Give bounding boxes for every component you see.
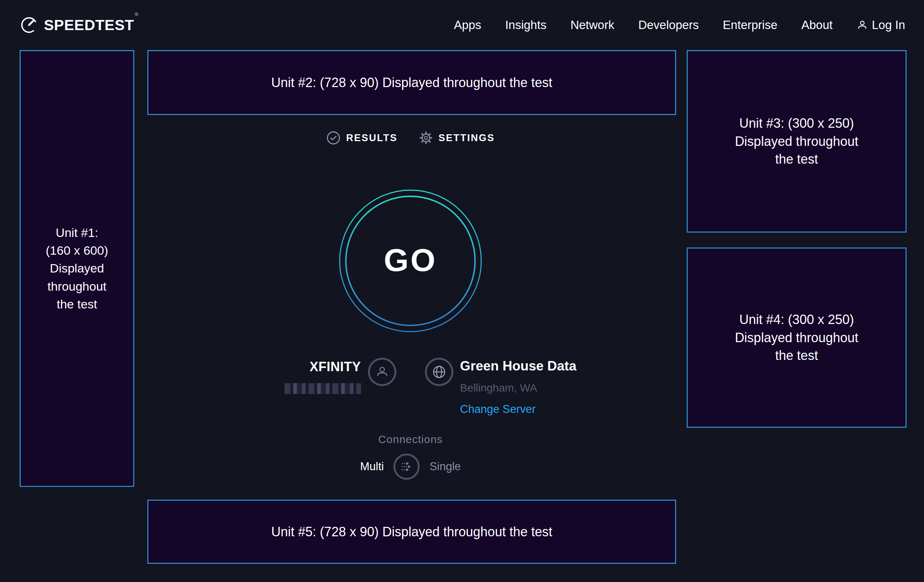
- multi-option[interactable]: Multi: [360, 460, 384, 473]
- user-icon: [856, 19, 868, 31]
- ad-unit-3-text: Unit #3: (300 x 250) Displayed throughou…: [735, 114, 858, 168]
- tab-settings[interactable]: SETTINGS: [419, 130, 495, 145]
- go-button-label: GO: [384, 242, 437, 279]
- connections-toggle-section: Connections Multi Single: [360, 433, 461, 480]
- change-server-link[interactable]: Change Server: [460, 403, 536, 416]
- tab-results[interactable]: RESULTS: [326, 130, 398, 145]
- ad-unit-4-text: Unit #4: (300 x 250) Displayed throughou…: [735, 311, 858, 364]
- ad-unit-1-text: Unit #1: (160 x 600) Displayed throughou…: [46, 224, 108, 313]
- multi-connection-arrows-icon: [399, 459, 414, 474]
- logo-wordmark: SPEEDTEST®: [44, 17, 137, 34]
- gear-icon: [419, 130, 433, 145]
- main-nav: Apps Insights Network Developers Enterpr…: [454, 18, 905, 32]
- trademark-symbol: ®: [135, 12, 138, 17]
- check-circle-icon: [326, 130, 341, 145]
- server-icon-circle: [425, 358, 453, 386]
- single-option[interactable]: Single: [430, 460, 461, 473]
- nav-item-enterprise[interactable]: Enterprise: [723, 18, 777, 32]
- isp-block: XFINITY: [285, 358, 361, 416]
- login-label: Log In: [872, 18, 905, 32]
- server-name: Green House Data: [460, 358, 577, 374]
- speedtest-gauge-icon: [20, 16, 38, 34]
- ad-unit-1: Unit #1: (160 x 600) Displayed throughou…: [20, 50, 134, 487]
- person-icon: [375, 364, 390, 379]
- login-button[interactable]: Log In: [856, 18, 905, 32]
- nav-item-apps[interactable]: Apps: [454, 18, 481, 32]
- ad-unit-3: Unit #3: (300 x 250) Displayed throughou…: [686, 50, 907, 232]
- isp-icon-circle: [368, 358, 396, 386]
- ad-unit-4: Unit #4: (300 x 250) Displayed throughou…: [686, 247, 907, 428]
- nav-item-developers[interactable]: Developers: [639, 18, 699, 32]
- isp-detail-redacted: [285, 383, 361, 394]
- connections-label: Connections: [378, 433, 443, 445]
- go-button[interactable]: GO: [339, 190, 482, 332]
- server-block: Green House Data Bellingham, WA Change S…: [460, 358, 577, 416]
- nav-item-about[interactable]: About: [801, 18, 833, 32]
- nav-item-insights[interactable]: Insights: [505, 18, 546, 32]
- connections-toggle-button[interactable]: [394, 453, 420, 480]
- speedtest-logo[interactable]: SPEEDTEST®: [20, 16, 137, 34]
- globe-icon: [431, 364, 447, 380]
- result-settings-tabs: RESULTS: [326, 130, 495, 145]
- server-location: Bellingham, WA: [460, 382, 537, 394]
- isp-name: XFINITY: [310, 359, 361, 374]
- tab-results-label: RESULTS: [346, 132, 398, 144]
- speedtest-main-panel: RESULTS: [134, 50, 686, 582]
- isp-section: XFINITY: [193, 358, 396, 416]
- server-section: Green House Data Bellingham, WA Change S…: [425, 358, 628, 416]
- connection-info-row: XFINITY Gree: [134, 358, 686, 416]
- nav-item-network[interactable]: Network: [571, 18, 614, 32]
- connections-toggle-row: Multi Single: [360, 453, 461, 480]
- tab-settings-label: SETTINGS: [439, 132, 495, 144]
- top-nav-bar: SPEEDTEST® Apps Insights Network Develop…: [0, 0, 924, 50]
